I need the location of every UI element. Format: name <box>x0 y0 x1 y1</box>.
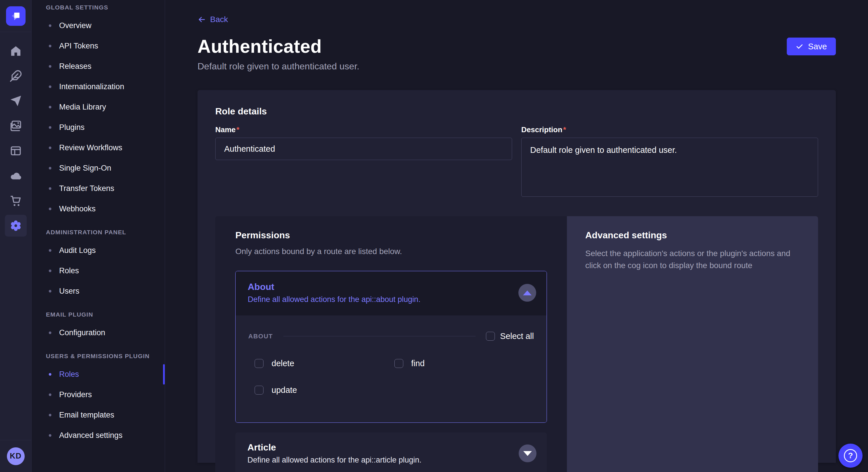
advanced-settings-title: Advanced settings <box>585 230 800 241</box>
action-item-delete: delete <box>255 359 394 368</box>
accordion-article[interactable]: Article Define all allowed actions for t… <box>236 432 547 472</box>
subnav-item-releases[interactable]: Releases <box>32 56 165 76</box>
collapse-button[interactable] <box>518 284 536 302</box>
bullet-icon <box>49 394 51 396</box>
active-indicator <box>163 364 165 384</box>
subnav-item-api-tokens[interactable]: API Tokens <box>32 36 165 56</box>
subnav-item-single-sign-on[interactable]: Single Sign-On <box>32 158 165 178</box>
name-input[interactable] <box>215 138 512 160</box>
avatar[interactable]: KD <box>7 447 25 465</box>
layout-icon[interactable] <box>5 140 27 162</box>
nav-section-header: USERS & PERMISSIONS PLUGIN <box>32 350 165 364</box>
bullet-icon <box>49 414 51 416</box>
action-checkbox-delete[interactable] <box>255 359 264 368</box>
nav-section: ADMINISTRATION PANELAudit LogsRolesUsers <box>32 227 165 301</box>
name-label: Name* <box>215 125 239 134</box>
accordion-article-title: Article <box>247 442 422 453</box>
subnav-sections: GLOBAL SETTINGSOverviewAPI TokensRelease… <box>32 2 165 446</box>
subnav-item-roles[interactable]: Roles <box>32 261 165 281</box>
cart-icon[interactable] <box>5 190 27 212</box>
subnav-item-plugins[interactable]: Plugins <box>32 117 165 138</box>
bullet-icon <box>49 290 51 293</box>
subnav-item-configuration[interactable]: Configuration <box>32 323 165 343</box>
chevron-down-icon <box>523 451 532 456</box>
subnav-item-label: Providers <box>59 390 92 399</box>
action-checkbox-update[interactable] <box>255 386 264 395</box>
subnav-item-label: Releases <box>59 62 92 71</box>
bullet-icon <box>49 249 51 252</box>
subnav-item-audit-logs[interactable]: Audit Logs <box>32 240 165 261</box>
action-label: find <box>411 359 425 368</box>
bullet-icon <box>49 270 51 272</box>
nav-section: EMAIL PLUGINConfiguration <box>32 309 165 343</box>
bullet-icon <box>49 24 51 27</box>
action-label: delete <box>272 359 294 368</box>
subnav-item-label: Roles <box>59 266 79 275</box>
subnav-item-providers[interactable]: Providers <box>32 384 165 405</box>
role-details-title: Role details <box>215 106 818 117</box>
action-checkbox-find[interactable] <box>394 359 403 368</box>
subnav-item-label: Advanced settings <box>59 431 123 440</box>
help-button[interactable]: ? <box>838 444 863 468</box>
select-all-checkbox[interactable] <box>486 332 495 341</box>
required-asterisk: * <box>237 125 239 134</box>
subnav-item-label: Audit Logs <box>59 246 96 255</box>
home-icon[interactable] <box>5 40 27 62</box>
bullet-icon <box>49 332 51 334</box>
permissions-title: Permissions <box>236 230 547 241</box>
nav-section-header: EMAIL PLUGIN <box>32 309 165 323</box>
advanced-settings-panel: Advanced settings Select the application… <box>567 216 818 472</box>
cloud-icon[interactable] <box>5 165 27 187</box>
accordion-about-body: ABOUT Select all deletefindupdate <box>236 315 547 423</box>
check-icon <box>796 43 803 50</box>
expand-button[interactable] <box>519 444 536 462</box>
feather-icon[interactable] <box>5 65 27 87</box>
bullet-icon <box>49 208 51 210</box>
subnav-item-webhooks[interactable]: Webhooks <box>32 199 165 219</box>
workspace-logo-box[interactable] <box>0 0 31 32</box>
divider-line <box>283 336 476 336</box>
main-content: Back Authenticated Save Default role giv… <box>165 0 868 472</box>
subnav-item-internationalization[interactable]: Internationalization <box>32 76 165 97</box>
permissions-advanced-section: Permissions Only actions bound by a rout… <box>215 216 818 472</box>
rail-user-section: KD <box>0 440 31 472</box>
bullet-icon <box>49 65 51 68</box>
media-images-icon[interactable] <box>5 115 27 137</box>
subnav-item-label: Roles <box>59 370 79 379</box>
subnav-item-label: Users <box>59 287 80 296</box>
action-item-update: update <box>255 385 394 395</box>
subnav-item-label: Single Sign-On <box>59 164 112 173</box>
save-button[interactable]: Save <box>787 38 836 55</box>
subnav-item-label: Email templates <box>59 411 114 419</box>
arrow-left-icon <box>197 15 206 24</box>
nav-list: RolesProvidersEmail templatesAdvanced se… <box>32 364 165 446</box>
bullet-icon <box>49 373 51 376</box>
nav-section-header: GLOBAL SETTINGS <box>32 2 165 15</box>
action-checkbox-grid: deletefindupdate <box>248 359 534 395</box>
subnav-item-roles[interactable]: Roles <box>32 364 165 384</box>
accordion-article-subtitle: Define all allowed actions for the api::… <box>247 456 422 465</box>
name-field-group: Name* <box>215 125 512 198</box>
bullet-icon <box>49 434 51 437</box>
subnav-item-users[interactable]: Users <box>32 281 165 301</box>
nav-section: USERS & PERMISSIONS PLUGINRolesProviders… <box>32 350 165 446</box>
accordion-about-header[interactable]: About Define all allowed actions for the… <box>236 271 547 315</box>
subnav-item-media-library[interactable]: Media Library <box>32 97 165 117</box>
subnav-item-label: Overview <box>59 21 92 30</box>
subnav-item-email-templates[interactable]: Email templates <box>32 405 165 425</box>
subnav-item-label: Internationalization <box>59 82 124 91</box>
gear-icon[interactable] <box>5 215 27 237</box>
subnav-item-transfer-tokens[interactable]: Transfer Tokens <box>32 178 165 199</box>
subnav-item-advanced-settings[interactable]: Advanced settings <box>32 425 165 446</box>
back-link[interactable]: Back <box>197 15 228 24</box>
accordion-about-subtitle: Define all allowed actions for the api::… <box>248 295 421 304</box>
subnav-item-review-workflows[interactable]: Review Workflows <box>32 138 165 158</box>
paper-plane-icon[interactable] <box>5 90 27 112</box>
bullet-icon <box>49 146 51 149</box>
bullet-icon <box>49 187 51 190</box>
subnav-item-label: Plugins <box>59 123 85 132</box>
page-subtitle: Default role given to authenticated user… <box>197 61 836 72</box>
subnav-item-overview[interactable]: Overview <box>32 15 165 36</box>
rail-icon-list <box>0 32 31 240</box>
description-textarea[interactable]: Default role given to authenticated user… <box>521 138 818 197</box>
